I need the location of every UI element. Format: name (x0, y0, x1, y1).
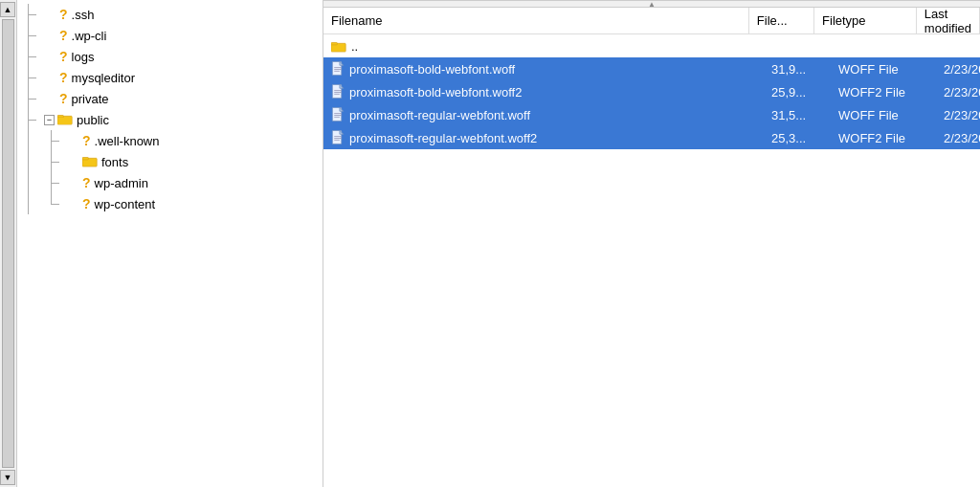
cell-filesize-parent (764, 34, 831, 57)
cell-filesize-file2: 25,9... (764, 80, 831, 103)
doc-icon-row-file1 (331, 61, 345, 77)
svg-rect-1 (57, 116, 63, 118)
svg-rect-2 (58, 118, 72, 124)
question-icon-ssh: ? (59, 8, 68, 21)
cell-filetype-parent (831, 34, 936, 57)
doc-icon-row-file2 (331, 84, 345, 100)
cell-filename-parent: .. (323, 34, 764, 57)
svg-rect-6 (331, 42, 337, 44)
cell-lastmod-file3: 2/23/2017 6:00:38 PM (936, 103, 980, 126)
scroll-down-arrow[interactable]: ▼ (0, 470, 15, 485)
tree-item-fonts[interactable]: fonts (17, 151, 323, 172)
file-row-file4[interactable]: proximasoft-regular-webfont.woff2 25,3..… (323, 126, 980, 149)
cell-filetype-file2: WOFF2 File (831, 80, 936, 103)
tree-item-wp-content[interactable]: ?wp-content (17, 193, 323, 214)
doc-icon-row-file3 (331, 107, 345, 122)
tree-label-ssh: .ssh (72, 8, 95, 22)
filename-text-file1: proximasoft-bold-webfont.woff (349, 62, 515, 77)
tree-item-public[interactable]: − public (17, 109, 323, 130)
tree-item-wp-cli[interactable]: ?.wp-cli (17, 25, 323, 46)
file-row-file1[interactable]: proximasoft-bold-webfont.woff 31,9... WO… (323, 57, 980, 80)
tree-item-mysqleditor[interactable]: ?mysqleditor (17, 67, 323, 88)
col-header-filetype[interactable]: Filetype (814, 8, 917, 33)
cell-filename-file1: proximasoft-bold-webfont.woff (323, 57, 764, 80)
left-scroll-arrows[interactable]: ▲ ▼ (0, 0, 17, 487)
doc-icon-row-file4 (331, 130, 345, 145)
cell-filetype-file1: WOFF File (831, 57, 936, 80)
file-list-header: Filename File... Filetype Last modified (323, 8, 980, 34)
question-icon-well-known: ? (82, 134, 91, 147)
filename-text-file2: proximasoft-bold-webfont.woff2 (349, 85, 522, 100)
cell-filesize-file3: 31,5... (764, 103, 831, 126)
cell-lastmod-file4: 2/23/2017 6:00:38 PM (936, 126, 980, 149)
tree-item-private[interactable]: ?private (17, 88, 323, 109)
file-row-parent[interactable]: .. (323, 34, 980, 57)
tree-label-wp-admin: wp-admin (95, 176, 148, 190)
file-list-panel: Filename File... Filetype Last modified … (323, 0, 980, 487)
folder-icon-fonts (82, 155, 98, 168)
tree-label-well-known: .well-known (95, 134, 160, 148)
tree-label-wp-cli: .wp-cli (72, 29, 107, 43)
question-icon-wp-admin: ? (82, 176, 91, 189)
folder-icon-public (57, 113, 73, 126)
tree-item-logs[interactable]: ?logs (17, 46, 323, 67)
tree-label-logs: logs (72, 50, 95, 64)
question-icon-wp-content: ? (82, 197, 91, 210)
file-row-file2[interactable]: proximasoft-bold-webfont.woff2 25,9... W… (323, 80, 980, 103)
question-icon-private: ? (59, 92, 68, 105)
filename-text-file4: proximasoft-regular-webfont.woff2 (349, 131, 537, 145)
scroll-up-arrow[interactable]: ▲ (0, 2, 15, 17)
question-icon-mysqleditor: ? (59, 71, 68, 84)
resize-handle[interactable] (323, 0, 980, 8)
tree-label-public: public (77, 113, 109, 127)
question-icon-wp-cli: ? (59, 29, 68, 42)
tree-label-private: private (72, 92, 109, 106)
folder-icon-row-parent (331, 40, 346, 53)
tree-scroll-area[interactable]: ?.ssh ?.wp-cli ?logs ?mysqleditor ?priva… (17, 0, 323, 487)
col-header-lastmod[interactable]: Last modified (917, 8, 980, 33)
tree-item-wp-admin[interactable]: ?wp-admin (17, 172, 323, 193)
tree-label-mysqleditor: mysqleditor (72, 71, 135, 85)
file-rows-container: .. proximasoft-bold-webfont.woff 31,9...… (323, 34, 980, 487)
question-icon-logs: ? (59, 50, 68, 63)
cell-lastmod-parent (936, 34, 980, 57)
cell-filesize-file4: 25,3... (764, 126, 831, 149)
svg-rect-4 (82, 158, 88, 160)
file-row-file3[interactable]: proximasoft-regular-webfont.woff 31,5...… (323, 103, 980, 126)
filename-text-parent: .. (351, 39, 358, 54)
tree-item-ssh[interactable]: ?.ssh (17, 4, 323, 25)
tree-label-wp-content: wp-content (95, 197, 156, 211)
col-header-filesize[interactable]: File... (749, 8, 814, 33)
file-tree-panel: ?.ssh ?.wp-cli ?logs ?mysqleditor ?priva… (17, 0, 323, 487)
cell-filetype-file4: WOFF2 File (831, 126, 936, 149)
tree-item-well-known[interactable]: ?.well-known (17, 130, 323, 151)
col-header-filename[interactable]: Filename (323, 8, 749, 33)
cell-lastmod-file1: 2/23/2017 6:00:44 PM (936, 57, 980, 80)
cell-filename-file3: proximasoft-regular-webfont.woff (323, 103, 764, 126)
cell-lastmod-file2: 2/23/2017 6:00:44 PM (936, 80, 980, 103)
expand-icon-public[interactable]: − (44, 115, 55, 125)
cell-filename-file2: proximasoft-bold-webfont.woff2 (323, 80, 764, 103)
cell-filesize-file1: 31,9... (764, 57, 831, 80)
cell-filetype-file3: WOFF File (831, 103, 936, 126)
cell-filename-file4: proximasoft-regular-webfont.woff2 (323, 126, 764, 149)
tree-label-fonts: fonts (101, 155, 128, 169)
filename-text-file3: proximasoft-regular-webfont.woff (349, 108, 530, 122)
